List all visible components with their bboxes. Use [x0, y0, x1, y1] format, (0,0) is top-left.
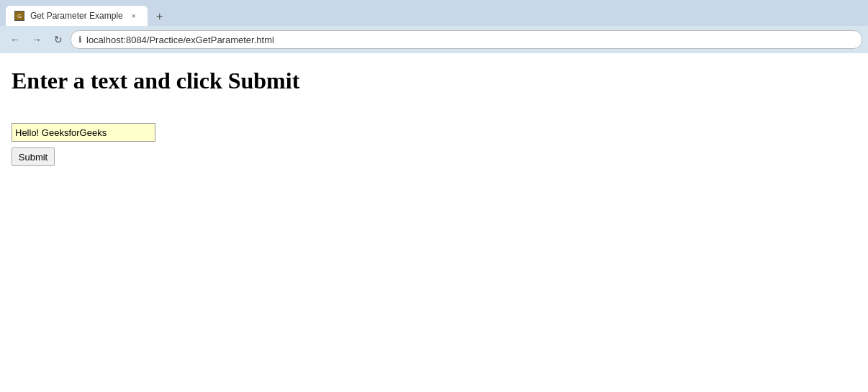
forward-button[interactable]: → — [27, 30, 46, 49]
address-bar[interactable]: ℹ localhost:8084/Practice/exGetParameter… — [71, 30, 862, 49]
secure-icon: ℹ — [78, 35, 82, 45]
browser-chrome: G Get Parameter Example × + ← → ↻ ℹ loca… — [0, 0, 868, 53]
nav-bar: ← → ↻ ℹ localhost:8084/Practice/exGetPar… — [0, 26, 868, 53]
form-section: Submit — [12, 123, 856, 166]
tab-title: Get Parameter Example — [30, 11, 123, 21]
url-text: localhost:8084/Practice/exGetParameter.h… — [86, 35, 854, 45]
text-input[interactable] — [12, 123, 155, 142]
tab-close-button[interactable]: × — [129, 11, 139, 21]
tab-bar: G Get Parameter Example × + — [0, 0, 868, 26]
submit-button[interactable]: Submit — [12, 147, 55, 166]
page-content: Enter a text and click Submit Submit — [0, 53, 868, 181]
browser-tab[interactable]: G Get Parameter Example × — [6, 6, 148, 26]
back-button[interactable]: ← — [6, 30, 24, 49]
tab-favicon: G — [14, 11, 24, 21]
new-tab-button[interactable]: + — [150, 7, 169, 26]
reload-button[interactable]: ↻ — [49, 30, 68, 49]
page-heading: Enter a text and click Submit — [12, 68, 856, 94]
